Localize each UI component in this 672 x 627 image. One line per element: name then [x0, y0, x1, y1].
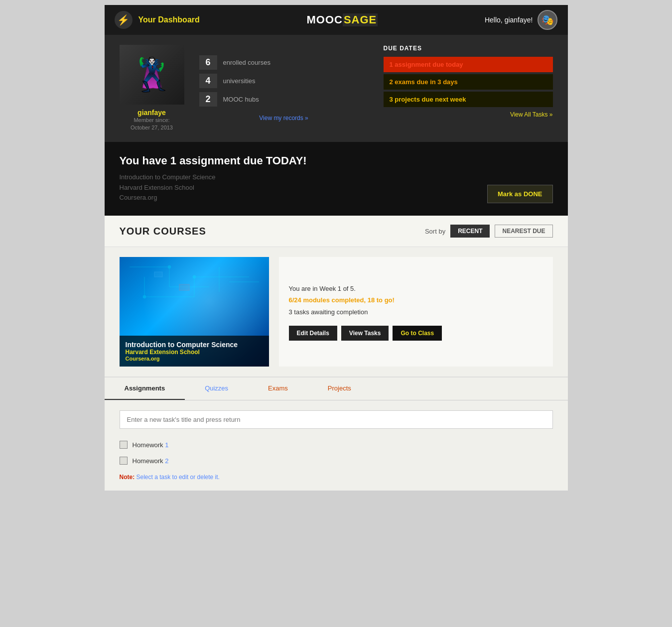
sort-recent-button[interactable]: RECENT [450, 225, 490, 238]
profile-image [120, 45, 184, 105]
universities-label: universities [223, 77, 256, 85]
due-dates-title: DUE DATES [384, 45, 553, 52]
thumbnail-url: Coursera.org [126, 356, 263, 362]
courses-title: YOUR COURSES [120, 226, 206, 237]
assignment-banner: You have 1 assignment due TODAY! Introdu… [105, 142, 568, 216]
thumbnail-info: Introduction to Computer Science Harvard… [120, 336, 269, 367]
tab-projects[interactable]: Projects [308, 377, 371, 400]
due-next-item[interactable]: 3 projects due next week [384, 92, 553, 107]
logo-mooc-text: MOOC [306, 13, 342, 26]
task-checkbox-2[interactable] [120, 457, 128, 465]
svg-point-9 [168, 265, 171, 268]
enrolled-label: enrolled courses [223, 59, 270, 66]
due-today-item[interactable]: 1 assignment due today [384, 57, 553, 72]
avatar[interactable]: 🎭 [538, 10, 557, 30]
task-label-1: Homework 1 [133, 441, 169, 449]
mooc-hubs-label: MOOC hubs [223, 96, 259, 103]
course-action-buttons: Edit Details View Tasks Go to Class [289, 326, 543, 341]
mooc-hubs-count: 2 [199, 92, 217, 107]
tasks-tabs: Assignments Quizzes Exams Projects [105, 377, 568, 400]
task-item-2: Homework 2 [120, 453, 553, 469]
profile-section: gianfaye Member since: October 27, 2013 … [105, 35, 568, 142]
tab-exams[interactable]: Exams [248, 377, 308, 400]
stat-mooc-hubs: 2 MOOC hubs [199, 92, 369, 107]
task-note: Note: Select a task to edit or delete it… [120, 474, 553, 481]
svg-rect-12 [179, 284, 189, 290]
thumbnail-school: Harvard Extension School [126, 349, 263, 356]
new-task-input[interactable] [120, 410, 553, 429]
stats-section: 6 enrolled courses 4 universities 2 MOOC… [199, 45, 369, 132]
task-item-1: Homework 1 [120, 437, 553, 453]
go-to-class-button[interactable]: Go to Class [393, 326, 442, 341]
svg-rect-13 [154, 272, 162, 277]
sort-label: Sort by [425, 228, 445, 235]
note-label: Note: [120, 474, 135, 481]
stat-universities: 4 universities [199, 74, 369, 88]
sort-bar: Sort by RECENT NEAREST DUE [425, 225, 553, 238]
course-details: You are in Week 1 of 5. 6/24 modules com… [279, 257, 553, 367]
profile-card: gianfaye Member since: October 27, 2013 [120, 45, 184, 132]
sort-nearest-button[interactable]: NEAREST DUE [495, 225, 552, 238]
tasks-content: Homework 1 Homework 2 Note: Select a tas… [105, 400, 568, 491]
thumbnail-course-title: Introduction to Computer Science [126, 341, 263, 349]
circuit-svg [120, 257, 269, 332]
enrolled-count: 6 [199, 55, 217, 70]
course-thumbnail: Introduction to Computer Science Harvard… [120, 257, 269, 367]
mark-done-button[interactable]: Mark as DONE [487, 185, 553, 203]
assignment-school: Harvard Extension School [120, 183, 307, 193]
logo-sage-text: SAGE [343, 13, 378, 26]
universities-count: 4 [199, 74, 217, 88]
task-label-2: Homework 2 [133, 457, 169, 465]
assignment-heading: You have 1 assignment due TODAY! [120, 154, 307, 167]
assignment-text: You have 1 assignment due TODAY! Introdu… [120, 154, 307, 203]
edit-details-button[interactable]: Edit Details [289, 326, 337, 341]
assignment-course: Introduction to Computer Science [120, 172, 307, 183]
profile-username: gianfaye [137, 109, 166, 117]
greeting-text: Hello, gianfaye! [485, 16, 533, 24]
modules-progress: 6/24 modules completed, 18 to go! [289, 296, 395, 304]
course-card: Introduction to Computer Science Harvard… [120, 257, 553, 367]
site-logo: MOOCSAGE [306, 13, 378, 26]
profile-member-since: Member since: October 27, 2013 [131, 117, 173, 132]
assignment-platform: Coursera.org [120, 193, 307, 203]
header: ⚡ Your Dashboard MOOCSAGE Hello, gianfay… [105, 5, 568, 35]
tab-assignments[interactable]: Assignments [105, 377, 185, 400]
dashboard-title: Your Dashboard [138, 15, 200, 24]
courses-header: YOUR COURSES Sort by RECENT NEAREST DUE [105, 216, 568, 247]
tasks-section: Assignments Quizzes Exams Projects Homew… [105, 376, 568, 491]
course-progress-text: You are in Week 1 of 5. 6/24 modules com… [289, 283, 543, 318]
course-card-area: Introduction to Computer Science Harvard… [105, 247, 568, 376]
view-all-tasks-link[interactable]: View All Tasks » [384, 111, 553, 118]
view-tasks-button[interactable]: View Tasks [341, 326, 389, 341]
task-checkbox-1[interactable] [120, 441, 128, 449]
note-text: Select a task to edit or delete it. [136, 474, 220, 481]
tab-quizzes[interactable]: Quizzes [185, 377, 248, 400]
due-soon-item[interactable]: 2 exams due in 3 days [384, 74, 553, 90]
bolt-icon: ⚡ [115, 11, 133, 29]
svg-point-11 [193, 275, 196, 278]
svg-point-10 [143, 295, 146, 298]
due-dates-section: DUE DATES 1 assignment due today 2 exams… [384, 45, 553, 132]
view-records-link[interactable]: View my records » [199, 115, 369, 122]
stat-enrolled: 6 enrolled courses [199, 55, 369, 70]
